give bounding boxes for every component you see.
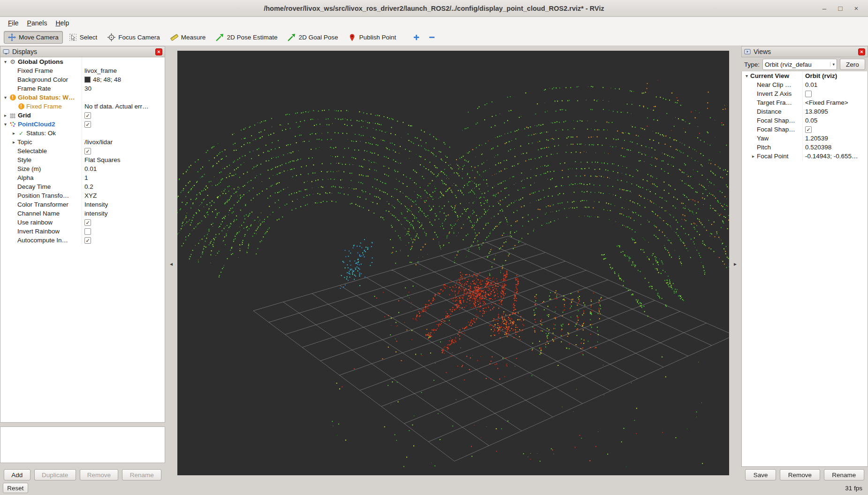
property-row-focal-shap[interactable]: Focal Shap…0.05 bbox=[742, 116, 868, 125]
property-row-global-status-w[interactable]: ▾!Global Status: W… bbox=[0, 93, 165, 102]
property-row-distance[interactable]: Distance13.8095 bbox=[742, 107, 868, 116]
property-row-status-ok[interactable]: ▸✓Status: Ok bbox=[0, 129, 165, 138]
maximize-button[interactable]: □ bbox=[835, 3, 845, 14]
checkbox-checked[interactable]: ✓ bbox=[805, 126, 812, 133]
displays-panel-title: Displays bbox=[12, 48, 152, 55]
property-row-size-m[interactable]: Size (m)0.01 bbox=[0, 164, 165, 173]
collapse-displays-button[interactable]: ◂ bbox=[170, 261, 173, 267]
property-row-color-transformer[interactable]: Color TransformerIntensity bbox=[0, 200, 165, 209]
view-type-combo[interactable]: Orbit (rviz_defau ▾ bbox=[762, 59, 837, 70]
property-row-global-options[interactable]: ▾⚙Global Options bbox=[0, 57, 165, 66]
property-row-decay-time[interactable]: Decay Time0.2 bbox=[0, 182, 165, 191]
expander-closed-icon[interactable]: ▸ bbox=[750, 154, 757, 159]
property-row-fixed-frame[interactable]: Fixed Framelivox_frame bbox=[0, 66, 165, 75]
duplicate-button[interactable]: Duplicate bbox=[34, 469, 76, 480]
expander-open-icon[interactable]: ▾ bbox=[743, 73, 750, 78]
measure-tool-button[interactable]: Measure bbox=[166, 31, 210, 44]
checkbox-unchecked[interactable] bbox=[805, 91, 812, 97]
property-row-position-transfo[interactable]: Position Transfo…XYZ bbox=[0, 191, 165, 200]
property-row-pointcloud2[interactable]: ▾PointCloud2✓ bbox=[0, 120, 165, 129]
select-tool-button[interactable]: Select bbox=[65, 31, 102, 44]
property-label-cell: Pitch bbox=[742, 143, 803, 152]
viewport-canvas[interactable] bbox=[177, 51, 729, 475]
remove-button[interactable]: Remove bbox=[780, 469, 820, 480]
property-row-invert-z-axis[interactable]: Invert Z Axis bbox=[742, 89, 868, 98]
collapse-views-button[interactable]: ▸ bbox=[734, 261, 737, 267]
property-row-selectable[interactable]: Selectable✓ bbox=[0, 147, 165, 155]
rename-button[interactable]: Rename bbox=[824, 469, 864, 480]
add-button[interactable]: Add bbox=[4, 469, 30, 480]
menu-item-file[interactable]: File bbox=[4, 18, 23, 28]
property-row-use-rainbow[interactable]: Use rainbow✓ bbox=[0, 218, 165, 227]
property-row-current-view[interactable]: ▾Current ViewOrbit (rviz) bbox=[742, 71, 868, 80]
property-row-invert-rainbow[interactable]: Invert Rainbow bbox=[0, 227, 165, 236]
property-row-autocompute-in[interactable]: Autocompute In…✓ bbox=[0, 236, 165, 245]
views-panel-header[interactable]: Views × bbox=[741, 46, 868, 57]
displays-panel-header[interactable]: Displays × bbox=[0, 46, 165, 57]
2d-goal-pose-tool-button[interactable]: 2D Goal Pose bbox=[283, 31, 342, 44]
property-row-frame-rate[interactable]: Frame Rate30 bbox=[0, 84, 165, 93]
measure-icon bbox=[170, 33, 178, 41]
2d-pose-estimate-tool-button[interactable]: 2D Pose Estimate bbox=[212, 31, 282, 44]
property-row-background-color[interactable]: Background Color48; 48; 48 bbox=[0, 75, 165, 84]
remove-button[interactable]: Remove bbox=[80, 469, 119, 480]
reset-button[interactable]: Reset bbox=[3, 483, 28, 493]
move-camera-tool-button[interactable]: Move Camera bbox=[4, 31, 63, 44]
expander-open-icon[interactable]: ▾ bbox=[2, 59, 9, 64]
property-row-style[interactable]: StyleFlat Squares bbox=[0, 155, 165, 164]
warning-icon: ! bbox=[17, 103, 25, 109]
goal-pose-icon bbox=[288, 33, 296, 41]
property-row-focal-shap[interactable]: Focal Shap…✓ bbox=[742, 125, 868, 134]
property-label-cell: Invert Z Axis bbox=[742, 89, 803, 98]
close-button[interactable]: × bbox=[851, 3, 861, 14]
checkbox-checked[interactable]: ✓ bbox=[84, 121, 91, 128]
right-splitter[interactable]: ▸ bbox=[729, 46, 741, 482]
rename-button[interactable]: Rename bbox=[122, 469, 161, 480]
zero-button[interactable]: Zero bbox=[840, 59, 865, 70]
left-splitter[interactable]: ◂ bbox=[165, 46, 177, 482]
property-row-near-clip[interactable]: Near Clip …0.01 bbox=[742, 80, 868, 89]
property-row-target-fra[interactable]: Target Fra…<Fixed Frame> bbox=[742, 98, 868, 107]
property-value: livox_frame bbox=[84, 67, 117, 74]
property-value-cell: Orbit (rviz) bbox=[803, 71, 868, 80]
checkbox-checked[interactable]: ✓ bbox=[84, 237, 91, 244]
title-bar[interactable]: /home/rover/livox_ws/src/livox_ros_drive… bbox=[0, 0, 868, 17]
menu-item-panels[interactable]: Panels bbox=[23, 18, 52, 28]
remove-tool-button[interactable] bbox=[425, 31, 439, 43]
property-row-channel-name[interactable]: Channel Nameintensity bbox=[0, 209, 165, 218]
property-row-yaw[interactable]: Yaw1.20539 bbox=[742, 134, 868, 143]
combo-dropdown-icon: ▾ bbox=[830, 62, 835, 67]
checkbox-checked[interactable]: ✓ bbox=[84, 219, 91, 226]
checkbox-checked[interactable]: ✓ bbox=[84, 112, 91, 119]
property-name: Fixed Frame bbox=[17, 67, 53, 74]
expander-open-icon[interactable]: ▾ bbox=[2, 95, 9, 100]
property-label-cell: Selectable bbox=[0, 147, 82, 155]
displays-close-button[interactable]: × bbox=[155, 48, 162, 55]
property-value: Flat Squares bbox=[84, 156, 121, 163]
property-row-grid[interactable]: ▸Grid✓ bbox=[0, 111, 165, 120]
publish-point-tool-button[interactable]: Publish Point bbox=[344, 31, 400, 44]
expander-closed-icon[interactable]: ▸ bbox=[10, 131, 17, 136]
property-value-cell: 0.01 bbox=[82, 164, 165, 173]
property-value: <Fixed Frame> bbox=[805, 99, 848, 106]
menu-bar: FilePanelsHelp bbox=[0, 17, 868, 29]
property-row-focal-point[interactable]: ▸Focal Point-0.14943; -0.655… bbox=[742, 152, 868, 161]
minimize-button[interactable]: – bbox=[819, 3, 830, 14]
property-row-alpha[interactable]: Alpha1 bbox=[0, 173, 165, 182]
grid-icon bbox=[9, 112, 16, 119]
add-tool-button[interactable] bbox=[410, 31, 423, 43]
expander-closed-icon[interactable]: ▸ bbox=[10, 139, 17, 145]
save-button[interactable]: Save bbox=[745, 469, 776, 480]
property-row-pitch[interactable]: Pitch0.520398 bbox=[742, 143, 868, 152]
property-row-fixed-frame[interactable]: !Fixed FrameNo tf data. Actual err… bbox=[0, 102, 165, 111]
expander-open-icon[interactable]: ▾ bbox=[2, 122, 9, 127]
menu-item-help[interactable]: Help bbox=[51, 18, 73, 28]
checkbox-unchecked[interactable] bbox=[84, 228, 91, 235]
property-value: No tf data. Actual err… bbox=[84, 103, 149, 110]
focus-camera-tool-button[interactable]: Focus Camera bbox=[103, 31, 164, 44]
expander-closed-icon[interactable]: ▸ bbox=[2, 113, 9, 118]
views-close-button[interactable]: × bbox=[858, 48, 865, 55]
checkbox-checked[interactable]: ✓ bbox=[84, 148, 91, 155]
property-row-topic[interactable]: ▸Topic/livox/lidar bbox=[0, 138, 165, 147]
property-name: Grid bbox=[18, 112, 31, 119]
